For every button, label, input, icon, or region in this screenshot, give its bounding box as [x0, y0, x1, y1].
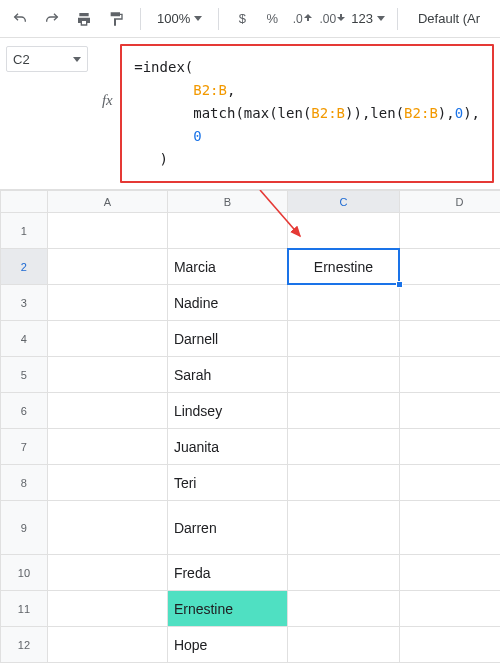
separator: [397, 8, 398, 30]
cell-A8[interactable]: [47, 465, 167, 501]
col-header-C[interactable]: C: [287, 191, 399, 213]
cell-D11[interactable]: [399, 591, 500, 627]
undo-icon: [12, 11, 28, 27]
col-header-D[interactable]: D: [399, 191, 500, 213]
table-row: 1: [1, 213, 501, 249]
cell-B1[interactable]: [167, 213, 287, 249]
cell-C4[interactable]: [287, 321, 399, 357]
grid[interactable]: A B C D 12MarciaErnestine3Nadine4Darnell…: [0, 190, 500, 663]
cell-A1[interactable]: [47, 213, 167, 249]
cell-B7[interactable]: Juanita: [167, 429, 287, 465]
table-row: 9Darren: [1, 501, 501, 555]
row-header[interactable]: 1: [1, 213, 48, 249]
row-header[interactable]: 6: [1, 393, 48, 429]
row-header[interactable]: 12: [1, 627, 48, 663]
more-formats-button[interactable]: 123: [349, 11, 387, 26]
cell-B8[interactable]: Teri: [167, 465, 287, 501]
table-row: 4Darnell: [1, 321, 501, 357]
row-header[interactable]: 10: [1, 555, 48, 591]
column-header-row: A B C D: [1, 191, 501, 213]
cell-D4[interactable]: [399, 321, 500, 357]
row-header[interactable]: 9: [1, 501, 48, 555]
format-percent-button[interactable]: %: [259, 11, 285, 26]
chevron-down-icon: [73, 57, 81, 62]
row-header[interactable]: 3: [1, 285, 48, 321]
table-row: 3Nadine: [1, 285, 501, 321]
table-row: 6Lindsey: [1, 393, 501, 429]
cell-D7[interactable]: [399, 429, 500, 465]
cell-B10[interactable]: Freda: [167, 555, 287, 591]
cell-A5[interactable]: [47, 357, 167, 393]
table-row: 2MarciaErnestine: [1, 249, 501, 285]
chevron-down-icon: [194, 16, 202, 21]
row-header[interactable]: 11: [1, 591, 48, 627]
cell-C2[interactable]: Ernestine: [287, 249, 399, 285]
row-header[interactable]: 4: [1, 321, 48, 357]
table-row: 12Hope: [1, 627, 501, 663]
cell-A10[interactable]: [47, 555, 167, 591]
formula-bar-row: C2 fx =index( B2:B, match(max(len(B2:B))…: [0, 38, 500, 190]
cell-A12[interactable]: [47, 627, 167, 663]
cell-D12[interactable]: [399, 627, 500, 663]
cell-D3[interactable]: [399, 285, 500, 321]
cell-D6[interactable]: [399, 393, 500, 429]
cell-B11[interactable]: Ernestine: [167, 591, 287, 627]
cell-B12[interactable]: Hope: [167, 627, 287, 663]
undo-button[interactable]: [6, 5, 34, 33]
row-header[interactable]: 2: [1, 249, 48, 285]
separator: [140, 8, 141, 30]
cell-C1[interactable]: [287, 213, 399, 249]
cell-D1[interactable]: [399, 213, 500, 249]
col-header-B[interactable]: B: [167, 191, 287, 213]
cell-D9[interactable]: [399, 501, 500, 555]
cell-A6[interactable]: [47, 393, 167, 429]
cell-A3[interactable]: [47, 285, 167, 321]
cell-C5[interactable]: [287, 357, 399, 393]
cell-C12[interactable]: [287, 627, 399, 663]
cell-C6[interactable]: [287, 393, 399, 429]
toolbar: 100% $ % .0 .00 123 Default (Ar: [0, 0, 500, 38]
cell-D10[interactable]: [399, 555, 500, 591]
cell-B5[interactable]: Sarah: [167, 357, 287, 393]
zoom-select[interactable]: 100%: [151, 11, 208, 26]
font-select[interactable]: Default (Ar: [408, 11, 480, 26]
row-header[interactable]: 8: [1, 465, 48, 501]
cell-C10[interactable]: [287, 555, 399, 591]
name-box-value: C2: [13, 52, 30, 67]
print-icon: [76, 11, 92, 27]
cell-C9[interactable]: [287, 501, 399, 555]
cell-A2[interactable]: [47, 249, 167, 285]
cell-B2[interactable]: Marcia: [167, 249, 287, 285]
col-header-A[interactable]: A: [47, 191, 167, 213]
cell-D2[interactable]: [399, 249, 500, 285]
row-header[interactable]: 7: [1, 429, 48, 465]
cell-A11[interactable]: [47, 591, 167, 627]
cell-B4[interactable]: Darnell: [167, 321, 287, 357]
cell-C8[interactable]: [287, 465, 399, 501]
increase-decimal-button[interactable]: .00: [319, 12, 345, 26]
name-box[interactable]: C2: [6, 46, 88, 72]
print-button[interactable]: [70, 5, 98, 33]
row-header[interactable]: 5: [1, 357, 48, 393]
cell-B9[interactable]: Darren: [167, 501, 287, 555]
separator: [218, 8, 219, 30]
cell-C7[interactable]: [287, 429, 399, 465]
decrease-decimal-button[interactable]: .0: [289, 12, 315, 26]
cell-C11[interactable]: [287, 591, 399, 627]
table-row: 7Juanita: [1, 429, 501, 465]
cell-A9[interactable]: [47, 501, 167, 555]
fx-label: fx: [94, 38, 120, 109]
select-all-corner[interactable]: [1, 191, 48, 213]
paint-format-icon: [108, 11, 124, 27]
cell-B6[interactable]: Lindsey: [167, 393, 287, 429]
format-currency-button[interactable]: $: [229, 11, 255, 26]
cell-B3[interactable]: Nadine: [167, 285, 287, 321]
cell-A4[interactable]: [47, 321, 167, 357]
redo-button[interactable]: [38, 5, 66, 33]
cell-C3[interactable]: [287, 285, 399, 321]
paint-format-button[interactable]: [102, 5, 130, 33]
formula-input[interactable]: =index( B2:B, match(max(len(B2:B)),len(B…: [120, 44, 494, 183]
cell-A7[interactable]: [47, 429, 167, 465]
cell-D8[interactable]: [399, 465, 500, 501]
cell-D5[interactable]: [399, 357, 500, 393]
